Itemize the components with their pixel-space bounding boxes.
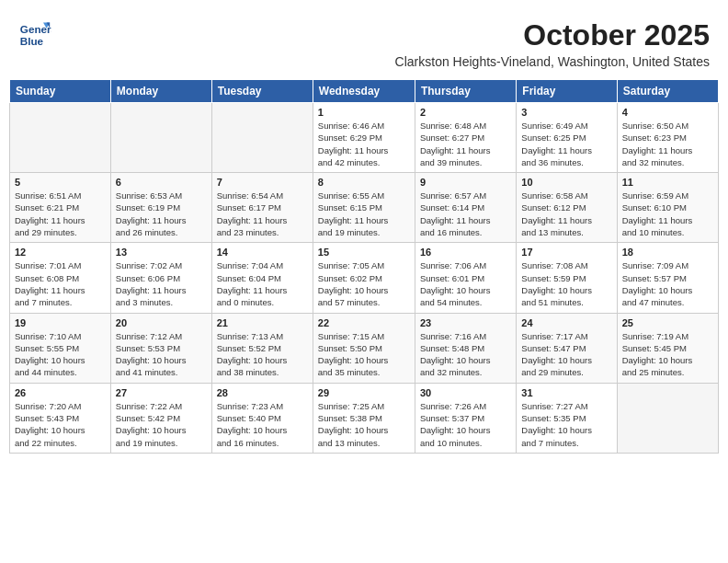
day-info: Sunrise: 7:13 AMSunset: 5:52 PMDaylight:… xyxy=(217,330,308,379)
day-number: 31 xyxy=(521,387,611,398)
day-info: Sunrise: 7:23 AMSunset: 5:40 PMDaylight:… xyxy=(217,400,308,449)
header-sunday: Sunday xyxy=(10,80,111,103)
day-number: 30 xyxy=(420,387,511,398)
day-number: 18 xyxy=(622,247,713,258)
calendar-week-5: 26Sunrise: 7:20 AMSunset: 5:43 PMDayligh… xyxy=(10,383,719,453)
day-info: Sunrise: 7:16 AMSunset: 5:48 PMDaylight:… xyxy=(420,330,511,379)
calendar-cell xyxy=(617,383,718,453)
subtitle: Clarkston Heights-Vineland, Washington, … xyxy=(395,54,710,69)
day-number: 4 xyxy=(622,107,713,118)
calendar-cell: 3Sunrise: 6:49 AMSunset: 6:25 PMDaylight… xyxy=(517,103,617,173)
day-number: 8 xyxy=(318,177,410,188)
calendar-cell: 30Sunrise: 7:26 AMSunset: 5:37 PMDayligh… xyxy=(415,383,516,453)
month-title: October 2025 xyxy=(395,18,710,52)
calendar-cell: 5Sunrise: 6:51 AMSunset: 6:21 PMDaylight… xyxy=(10,173,111,243)
calendar-week-4: 19Sunrise: 7:10 AMSunset: 5:55 PMDayligh… xyxy=(10,313,719,383)
calendar-cell: 4Sunrise: 6:50 AMSunset: 6:23 PMDaylight… xyxy=(617,103,718,173)
header-wednesday: Wednesday xyxy=(313,80,415,103)
calendar-cell: 1Sunrise: 6:46 AMSunset: 6:29 PMDaylight… xyxy=(313,103,415,173)
day-number: 22 xyxy=(318,317,410,328)
calendar-week-1: 1Sunrise: 6:46 AMSunset: 6:29 PMDaylight… xyxy=(10,103,719,173)
calendar-cell: 22Sunrise: 7:15 AMSunset: 5:50 PMDayligh… xyxy=(313,313,415,383)
day-info: Sunrise: 7:27 AMSunset: 5:35 PMDaylight:… xyxy=(521,400,611,449)
calendar-cell: 29Sunrise: 7:25 AMSunset: 5:38 PMDayligh… xyxy=(313,383,415,453)
calendar-week-3: 12Sunrise: 7:01 AMSunset: 6:08 PMDayligh… xyxy=(10,243,719,313)
calendar-cell: 12Sunrise: 7:01 AMSunset: 6:08 PMDayligh… xyxy=(10,243,111,313)
day-info: Sunrise: 6:58 AMSunset: 6:12 PMDaylight:… xyxy=(521,190,611,238)
calendar-cell: 10Sunrise: 6:58 AMSunset: 6:12 PMDayligh… xyxy=(517,173,617,243)
day-number: 6 xyxy=(116,177,207,188)
day-info: Sunrise: 7:12 AMSunset: 5:53 PMDaylight:… xyxy=(116,330,207,379)
day-number: 11 xyxy=(622,177,713,188)
calendar-cell: 26Sunrise: 7:20 AMSunset: 5:43 PMDayligh… xyxy=(10,383,111,453)
calendar-cell xyxy=(211,103,313,173)
calendar-cell: 8Sunrise: 6:55 AMSunset: 6:15 PMDaylight… xyxy=(313,173,415,243)
day-info: Sunrise: 6:48 AMSunset: 6:27 PMDaylight:… xyxy=(420,120,511,168)
day-number: 7 xyxy=(217,177,308,188)
day-info: Sunrise: 6:51 AMSunset: 6:21 PMDaylight:… xyxy=(15,190,106,238)
calendar-cell: 31Sunrise: 7:27 AMSunset: 5:35 PMDayligh… xyxy=(517,383,617,453)
logo-icon: General Blue xyxy=(18,18,51,52)
day-info: Sunrise: 7:25 AMSunset: 5:38 PMDaylight:… xyxy=(318,400,410,449)
calendar-cell xyxy=(110,103,211,173)
day-info: Sunrise: 7:17 AMSunset: 5:47 PMDaylight:… xyxy=(521,330,611,379)
day-info: Sunrise: 6:50 AMSunset: 6:23 PMDaylight:… xyxy=(622,120,713,168)
calendar-cell: 6Sunrise: 6:53 AMSunset: 6:19 PMDaylight… xyxy=(110,173,211,243)
day-info: Sunrise: 7:06 AMSunset: 6:01 PMDaylight:… xyxy=(420,259,511,308)
calendar-cell: 13Sunrise: 7:02 AMSunset: 6:06 PMDayligh… xyxy=(110,243,211,313)
day-number: 23 xyxy=(420,317,511,328)
day-number: 9 xyxy=(420,177,511,188)
day-info: Sunrise: 7:04 AMSunset: 6:04 PMDaylight:… xyxy=(217,259,308,308)
calendar-cell: 24Sunrise: 7:17 AMSunset: 5:47 PMDayligh… xyxy=(517,313,617,383)
calendar-cell: 7Sunrise: 6:54 AMSunset: 6:17 PMDaylight… xyxy=(211,173,313,243)
day-info: Sunrise: 6:53 AMSunset: 6:19 PMDaylight:… xyxy=(116,190,207,238)
day-number: 12 xyxy=(15,247,106,258)
calendar-header-row: Sunday Monday Tuesday Wednesday Thursday… xyxy=(10,80,719,103)
day-info: Sunrise: 7:08 AMSunset: 5:59 PMDaylight:… xyxy=(521,259,611,308)
day-number: 5 xyxy=(15,177,106,188)
calendar-table: Sunday Monday Tuesday Wednesday Thursday… xyxy=(9,79,719,454)
day-info: Sunrise: 7:01 AMSunset: 6:08 PMDaylight:… xyxy=(15,259,106,308)
day-info: Sunrise: 7:19 AMSunset: 5:45 PMDaylight:… xyxy=(622,330,713,379)
page-header: General Blue October 2025 Clarkston Heig… xyxy=(9,9,719,74)
day-number: 2 xyxy=(420,107,511,118)
calendar-cell: 11Sunrise: 6:59 AMSunset: 6:10 PMDayligh… xyxy=(617,173,718,243)
day-number: 13 xyxy=(116,247,207,258)
day-number: 26 xyxy=(15,387,106,398)
day-number: 16 xyxy=(420,247,511,258)
calendar-cell: 17Sunrise: 7:08 AMSunset: 5:59 PMDayligh… xyxy=(517,243,617,313)
header-friday: Friday xyxy=(517,80,617,103)
calendar-cell: 15Sunrise: 7:05 AMSunset: 6:02 PMDayligh… xyxy=(313,243,415,313)
day-info: Sunrise: 6:54 AMSunset: 6:17 PMDaylight:… xyxy=(217,190,308,238)
day-info: Sunrise: 6:49 AMSunset: 6:25 PMDaylight:… xyxy=(521,120,611,168)
day-info: Sunrise: 6:46 AMSunset: 6:29 PMDaylight:… xyxy=(318,120,410,168)
header-monday: Monday xyxy=(110,80,211,103)
day-number: 19 xyxy=(15,317,106,328)
day-number: 28 xyxy=(217,387,308,398)
calendar-cell: 14Sunrise: 7:04 AMSunset: 6:04 PMDayligh… xyxy=(211,243,313,313)
day-info: Sunrise: 6:55 AMSunset: 6:15 PMDaylight:… xyxy=(318,190,410,238)
day-info: Sunrise: 7:09 AMSunset: 5:57 PMDaylight:… xyxy=(622,259,713,308)
day-number: 10 xyxy=(521,177,611,188)
day-number: 17 xyxy=(521,247,611,258)
day-info: Sunrise: 7:10 AMSunset: 5:55 PMDaylight:… xyxy=(15,330,106,379)
day-number: 27 xyxy=(116,387,207,398)
day-info: Sunrise: 7:26 AMSunset: 5:37 PMDaylight:… xyxy=(420,400,511,449)
svg-text:Blue: Blue xyxy=(20,35,44,47)
calendar-cell: 23Sunrise: 7:16 AMSunset: 5:48 PMDayligh… xyxy=(415,313,516,383)
calendar-cell: 27Sunrise: 7:22 AMSunset: 5:42 PMDayligh… xyxy=(110,383,211,453)
day-number: 20 xyxy=(116,317,207,328)
day-info: Sunrise: 7:05 AMSunset: 6:02 PMDaylight:… xyxy=(318,259,410,308)
day-number: 15 xyxy=(318,247,410,258)
calendar-week-2: 5Sunrise: 6:51 AMSunset: 6:21 PMDaylight… xyxy=(10,173,719,243)
calendar-cell: 28Sunrise: 7:23 AMSunset: 5:40 PMDayligh… xyxy=(211,383,313,453)
day-number: 21 xyxy=(217,317,308,328)
day-info: Sunrise: 7:22 AMSunset: 5:42 PMDaylight:… xyxy=(116,400,207,449)
calendar-cell: 19Sunrise: 7:10 AMSunset: 5:55 PMDayligh… xyxy=(10,313,111,383)
header-tuesday: Tuesday xyxy=(211,80,313,103)
day-info: Sunrise: 7:15 AMSunset: 5:50 PMDaylight:… xyxy=(318,330,410,379)
day-info: Sunrise: 7:02 AMSunset: 6:06 PMDaylight:… xyxy=(116,259,207,308)
calendar-cell: 20Sunrise: 7:12 AMSunset: 5:53 PMDayligh… xyxy=(110,313,211,383)
header-thursday: Thursday xyxy=(415,80,516,103)
title-section: October 2025 Clarkston Heights-Vineland,… xyxy=(395,18,710,69)
